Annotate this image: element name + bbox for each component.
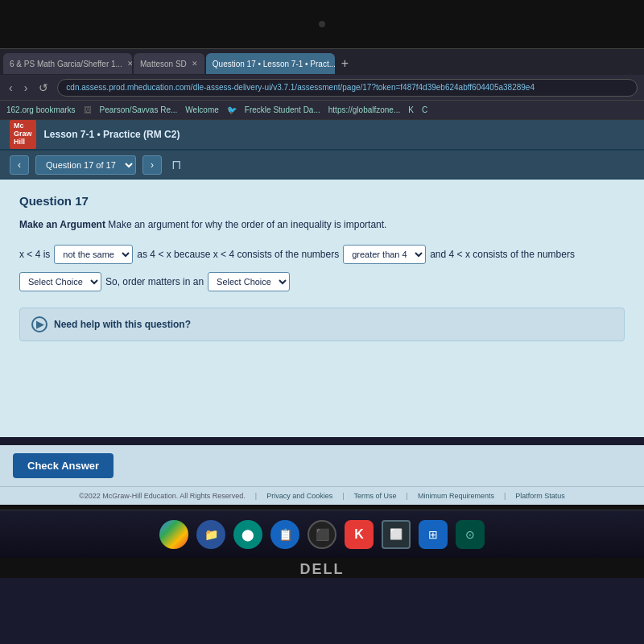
dell-logo: DELL (0, 561, 644, 578)
action-bar: Check Answer (0, 445, 644, 486)
prompt-bold: Make an Argument (19, 219, 105, 230)
bookmark-2[interactable]: Pearson/Savvas Re... (100, 105, 178, 114)
bookmarks-bar: 162.org bookmarks 🖼 Pearson/Savvas Re...… (0, 101, 644, 120)
bookmark-5[interactable]: https://globalfzone... (328, 105, 401, 114)
prompt-detail: Make an argument for why the order of an… (108, 219, 386, 230)
tab-2-label: Matteson SD (140, 60, 187, 68)
bookmark-1[interactable]: 162.org bookmarks (6, 105, 76, 114)
answer-row-1: x < 4 is not the same the same as 4 < x … (19, 245, 625, 264)
dropdown-greater-than-4[interactable]: greater than 4 less than 4 equal to 4 (343, 245, 426, 264)
bookmark-7[interactable]: C (422, 105, 427, 114)
taskbar: 📁 ⬤ 📋 ⬛ K ⬜ ⊞ ⊙ (0, 510, 644, 558)
min-req-link[interactable]: Minimum Requirements (418, 492, 494, 500)
taskbar-app2-icon[interactable]: ⬤ (233, 520, 262, 549)
page-footer: ©2022 McGraw-Hill Education. All Rights … (0, 486, 644, 505)
taskbar-grid-icon[interactable]: ⊞ (419, 520, 448, 549)
back-button[interactable]: ‹ (6, 81, 15, 94)
url-input[interactable] (57, 79, 638, 97)
next-question-button[interactable]: › (142, 155, 162, 175)
camera (319, 21, 325, 27)
answer-row-2: Select Choice So, order matters in an Se… (19, 272, 625, 291)
taskbar-square-icon[interactable]: ⬜ (382, 520, 411, 549)
browser-chrome: 6 & PS Math Garcia/Sheffer 1... ✕ Mattes… (0, 48, 644, 120)
main-content: Question 17 Make an Argument Make an arg… (0, 180, 644, 437)
app-header: Mc Graw Hill Lesson 7-1 • Practice (RM C… (0, 120, 644, 151)
question-nav: ‹ Question 17 of 17 › ⊓ (0, 151, 644, 180)
sentence-mid1: as 4 < x because x < 4 consists of the n… (137, 249, 339, 260)
dropdown-select-choice-2[interactable]: Select Choice (208, 272, 290, 291)
privacy-link[interactable]: Privacy and Cookies (266, 492, 332, 500)
question-title: Question 17 (19, 194, 625, 208)
app-logo: Mc Graw Hill (10, 120, 36, 149)
bookmark-6[interactable]: K (408, 105, 414, 114)
prev-question-button[interactable]: ‹ (10, 155, 29, 175)
tab-2[interactable]: Matteson SD ✕ (134, 53, 204, 74)
dropdown-not-the-same[interactable]: not the same the same (54, 245, 133, 264)
bookmark-3[interactable]: Welcome (185, 105, 219, 114)
so-order-text: So, order matters in an (105, 276, 204, 287)
help-text: Need help with this question? (54, 319, 191, 330)
reload-button[interactable]: ↺ (36, 81, 51, 94)
tab-2-close[interactable]: ✕ (192, 60, 198, 68)
help-section[interactable]: ▶ Need help with this question? (19, 308, 625, 341)
tab-3-label: Question 17 • Lesson 7-1 • Pract... (213, 60, 335, 68)
tab-1[interactable]: 6 & PS Math Garcia/Sheffer 1... ✕ (3, 53, 132, 74)
taskbar-app4-icon[interactable]: ⬛ (308, 520, 336, 549)
dropdown-select-choice-1[interactable]: Select Choice (19, 272, 101, 291)
question-prompt: Make an Argument Make an argument for wh… (19, 217, 625, 232)
tab-1-close[interactable]: ✕ (127, 60, 132, 68)
help-icon: ▶ (31, 316, 47, 332)
sentence-mid2: and 4 < x consists of the numbers (430, 249, 575, 260)
app-title: Lesson 7-1 • Practice (RM C2) (44, 129, 180, 140)
taskbar-chrome-icon[interactable] (159, 520, 188, 549)
address-bar: ‹ › ↺ (0, 75, 644, 101)
question-selector[interactable]: Question 17 of 17 (35, 155, 136, 175)
taskbar-app8-icon[interactable]: ⊙ (456, 520, 485, 549)
tab-3[interactable]: Question 17 • Lesson 7-1 • Pract... ✕ (206, 53, 335, 74)
platform-status-link[interactable]: Platform Status (515, 492, 565, 500)
sentence-start: x < 4 is (19, 249, 50, 260)
taskbar-app3-icon[interactable]: 📋 (270, 520, 299, 549)
check-answer-button[interactable]: Check Answer (13, 453, 114, 478)
tab-1-label: 6 & PS Math Garcia/Sheffer 1... (10, 60, 122, 68)
new-tab-button[interactable]: + (336, 56, 353, 71)
bookmark-button[interactable]: ⊓ (171, 157, 181, 172)
top-bezel (0, 0, 644, 48)
bookmark-4[interactable]: Freckle Student Da... (245, 105, 320, 114)
bottom-area: 📁 ⬤ 📋 ⬛ K ⬜ ⊞ ⊙ DELL (0, 505, 644, 578)
terms-link[interactable]: Terms of Use (354, 492, 397, 500)
taskbar-files-icon[interactable]: 📁 (196, 520, 225, 549)
tab-bar: 6 & PS Math Garcia/Sheffer 1... ✕ Mattes… (0, 49, 644, 75)
forward-button[interactable]: › (22, 81, 31, 94)
taskbar-k-icon[interactable]: K (345, 520, 374, 549)
copyright: ©2022 McGraw-Hill Education. All Rights … (79, 492, 246, 500)
